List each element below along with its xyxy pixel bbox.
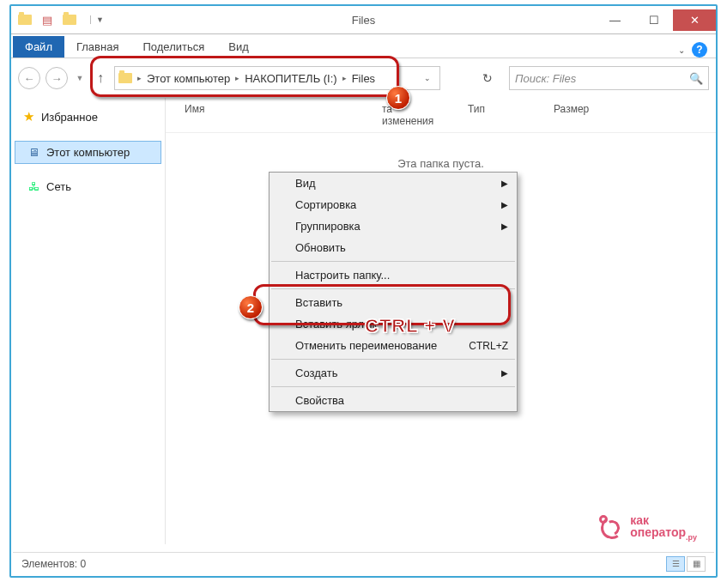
- menu-separator: [271, 359, 515, 360]
- breadcrumb-segment[interactable]: НАКОПИТЕЛЬ (I:): [241, 72, 340, 85]
- sidebar-item-label: Избранное: [41, 111, 98, 124]
- column-name[interactable]: Имя: [185, 103, 382, 127]
- ribbon-expand-icon[interactable]: ⌄: [678, 45, 685, 55]
- new-folder-icon[interactable]: [63, 15, 76, 25]
- search-input[interactable]: Поиск: Files 🔍: [509, 66, 709, 90]
- address-bar[interactable]: ▸ Этот компьютер ▸ НАКОПИТЕЛЬ (I:) ▸ Fil…: [114, 66, 440, 90]
- network-icon: 🖧: [28, 180, 39, 193]
- minimize-button[interactable]: —: [596, 9, 634, 31]
- menu-item-sort[interactable]: Сортировка▶: [270, 194, 517, 215]
- history-dropdown-icon[interactable]: ▼: [73, 67, 87, 89]
- refresh-button[interactable]: ↻: [476, 67, 499, 89]
- submenu-arrow-icon: ▶: [501, 200, 508, 209]
- submenu-arrow-icon: ▶: [501, 368, 508, 378]
- star-icon: ★: [23, 109, 34, 124]
- search-placeholder: Поиск: Files: [515, 72, 576, 85]
- chevron-right-icon[interactable]: ▸: [136, 74, 143, 82]
- tab-home[interactable]: Главная: [64, 36, 130, 58]
- computer-icon: 🖥: [28, 146, 39, 159]
- menu-item-group[interactable]: Группировка▶: [270, 215, 517, 237]
- help-icon[interactable]: ?: [692, 42, 707, 58]
- maximize-button[interactable]: ☐: [634, 9, 673, 31]
- search-icon: 🔍: [689, 72, 703, 85]
- menu-item-paste-shortcut[interactable]: Вставить ярлык: [270, 313, 517, 335]
- tab-view[interactable]: Вид: [216, 36, 261, 58]
- menu-item-properties[interactable]: Свойства: [270, 390, 517, 411]
- sidebar-item-label: Этот компьютер: [46, 146, 130, 159]
- menu-separator: [271, 288, 515, 289]
- titlebar: ▤ ▼ Files — ☐ ✕: [11, 6, 716, 34]
- menu-shortcut-label: CTRL+Z: [469, 340, 508, 352]
- menu-item-refresh[interactable]: Обновить: [270, 237, 517, 258]
- context-menu: Вид▶ Сортировка▶ Группировка▶ Обновить Н…: [269, 172, 518, 412]
- chevron-right-icon[interactable]: ▸: [341, 74, 348, 82]
- chevron-right-icon[interactable]: ▸: [233, 74, 241, 82]
- sidebar-item-this-pc[interactable]: 🖥 Этот компьютер: [15, 141, 161, 164]
- menu-separator: [271, 261, 515, 262]
- navigation-pane: ★ Избранное 🖥 Этот компьютер 🖧 Сеть: [11, 98, 166, 544]
- explorer-window: ▤ ▼ Files — ☐ ✕ Файл Главная Поделиться …: [9, 4, 718, 578]
- column-type[interactable]: Тип: [468, 103, 554, 127]
- close-button[interactable]: ✕: [673, 9, 716, 31]
- navigation-row: ← → ▼ ↑ ▸ Этот компьютер ▸ НАКОПИТЕЛЬ (I…: [11, 58, 716, 98]
- column-headers: Имя та изменения Тип Размер: [166, 98, 716, 133]
- empty-folder-message: Эта папка пуста.: [166, 157, 716, 170]
- status-bar: Элементов: 0 ☰ ▦: [13, 552, 714, 574]
- menu-separator: [271, 386, 515, 387]
- menu-item-create[interactable]: Создать▶: [270, 362, 517, 384]
- ribbon-tabs: Файл Главная Поделиться Вид ⌄ ?: [11, 34, 716, 58]
- sidebar-item-label: Сеть: [46, 180, 71, 193]
- breadcrumb-segment[interactable]: Этот компьютер: [143, 72, 233, 85]
- forward-button[interactable]: →: [45, 67, 68, 89]
- back-button[interactable]: ←: [18, 67, 40, 89]
- breadcrumb-segment[interactable]: Files: [348, 72, 379, 85]
- menu-item-customize-folder[interactable]: Настроить папку...: [270, 264, 517, 286]
- properties-icon[interactable]: ▤: [42, 14, 52, 27]
- quick-access-toolbar: ▤ ▼: [11, 14, 104, 27]
- thumbnails-view-button[interactable]: ▦: [687, 556, 706, 572]
- file-tab[interactable]: Файл: [13, 36, 64, 58]
- up-button[interactable]: ↑: [92, 70, 109, 86]
- watermark-logo: как оператор.ру: [599, 514, 697, 542]
- column-size[interactable]: Размер: [554, 103, 615, 127]
- item-count-label: Элементов: 0: [21, 558, 86, 570]
- sidebar-item-network[interactable]: 🖧 Сеть: [11, 176, 165, 197]
- address-dropdown-icon[interactable]: ⌄: [419, 74, 436, 82]
- menu-item-paste[interactable]: Вставить: [270, 292, 517, 313]
- menu-item-undo-rename[interactable]: Отменить переименованиеCTRL+Z: [270, 335, 517, 356]
- app-icon: [18, 15, 32, 25]
- tab-share[interactable]: Поделиться: [130, 36, 216, 58]
- watermark-icon: [599, 515, 625, 541]
- watermark-text: как оператор.ру: [630, 514, 697, 542]
- annotation-badge-1: 1: [386, 86, 410, 110]
- annotation-badge-2: 2: [239, 295, 263, 319]
- menu-item-view[interactable]: Вид▶: [270, 173, 517, 194]
- qat-dropdown-icon[interactable]: ▼: [90, 15, 104, 24]
- location-icon: [118, 73, 132, 83]
- details-view-button[interactable]: ☰: [666, 556, 685, 572]
- submenu-arrow-icon: ▶: [501, 221, 508, 231]
- submenu-arrow-icon: ▶: [501, 179, 508, 188]
- sidebar-item-favorites[interactable]: ★ Избранное: [11, 105, 165, 129]
